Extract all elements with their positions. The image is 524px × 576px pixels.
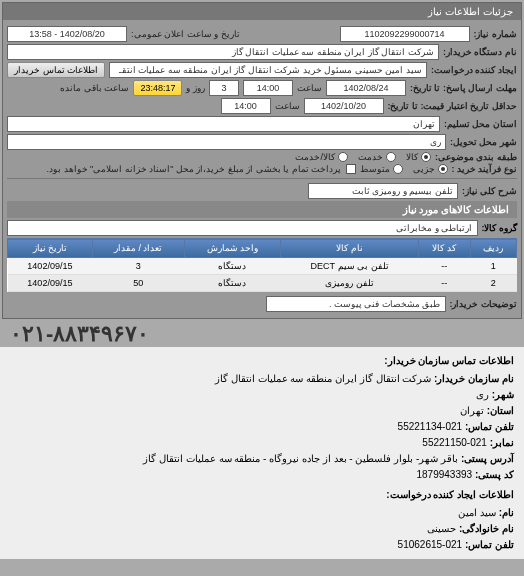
col-name: نام کالا [281, 239, 418, 258]
validity-time-field [221, 98, 271, 114]
medium-radio[interactable] [393, 164, 403, 174]
group-label: گروه کالا: [482, 223, 518, 233]
remaining-label: ساعت باقی مانده [60, 83, 129, 93]
minor-option-label: جزیی [413, 164, 435, 174]
product-service-radio[interactable] [338, 152, 348, 162]
need-title-field [308, 183, 458, 199]
c-fax: 021-55221150 [422, 437, 487, 448]
announce-label: تاریخ و ساعت اعلان عمومی: [131, 29, 240, 39]
col-idx: ردیف [470, 239, 516, 258]
c-family-label: نام خانوادگی: [459, 523, 514, 534]
type-label: نوع فرآیند خرید : [452, 164, 518, 174]
cell-unit: دستگاه [184, 258, 281, 275]
days-remaining-field [209, 80, 239, 96]
payment-note: پرداخت تمام یا بخشی از مبلغ خرید،از محل … [47, 164, 342, 174]
number-field [340, 26, 470, 42]
province-label: استان محل تسلیم: [444, 119, 517, 129]
deadline-label: مهلت ارسال پاسخ: تا تاریخ: [410, 83, 517, 93]
items-table: ردیف کد کالا نام کالا واحد شمارش تعداد /… [7, 238, 517, 292]
cell-date: 1402/09/15 [8, 275, 93, 292]
requester-label: ایجاد کننده درخواست: [431, 65, 517, 75]
c-postal-label: کد پستی: [475, 469, 514, 480]
time-label-2: ساعت [275, 101, 300, 111]
desc-field [266, 296, 446, 312]
col-date: تاریخ نیاز [8, 239, 93, 258]
requester-field [109, 62, 427, 78]
cell-code: -- [418, 258, 470, 275]
deadline-time-field [243, 80, 293, 96]
col-qty: تعداد / مقدار [92, 239, 184, 258]
province-field [7, 116, 440, 132]
medium-option-label: متوسط [360, 164, 390, 174]
col-code: کد کالا [418, 239, 470, 258]
c-address: باقر شهر- بلوار فلسطین - بعد از جاده نیر… [143, 453, 458, 464]
cell-date: 1402/09/15 [8, 258, 93, 275]
product-service-option-label: کالا/خدمت [295, 152, 335, 162]
validity-date-field [304, 98, 384, 114]
c-city-label: شهر: [492, 389, 514, 400]
c-fax-label: نمابر: [490, 437, 514, 448]
big-phone-number: ۰۲۱-۸۸۳۴۹۶۷۰ [0, 321, 524, 347]
category-label: طبقه بندی موضوعی: [435, 152, 517, 162]
time-label-1: ساعت [297, 83, 322, 93]
contact-info-button[interactable]: اطلاعات تماس خریدار [7, 62, 105, 78]
c-phone2: 021-51062615 [398, 539, 463, 550]
col-unit: واحد شمارش [184, 239, 281, 258]
cell-name: تلفن بی سیم DECT [281, 258, 418, 275]
c-province-label: استان: [487, 405, 514, 416]
service-option-label: خدمت [358, 152, 383, 162]
cell-idx: 1 [470, 258, 516, 275]
cell-unit: دستگاه [184, 275, 281, 292]
treasury-checkbox[interactable] [346, 164, 356, 174]
group-field [7, 220, 478, 236]
cell-qty: 50 [92, 275, 184, 292]
org-label: نام دستگاه خریدار: [443, 47, 517, 57]
table-row: 2--تلفن رومیزیدستگاه501402/09/15 [8, 275, 517, 292]
minor-radio[interactable] [438, 164, 448, 174]
c-address-label: آدرس پستی: [461, 453, 514, 464]
cell-idx: 2 [470, 275, 516, 292]
org-field [7, 44, 439, 60]
cell-name: تلفن رومیزی [281, 275, 418, 292]
c-phone: 021-55221134 [398, 421, 463, 432]
city-field [7, 134, 446, 150]
c-org-name: شرکت انتقال گاز ایران منطقه سه عملیات ان… [215, 373, 431, 384]
c-phone2-label: تلفن تماس: [465, 539, 514, 550]
table-row: 1--تلفن بی سیم DECTدستگاه31402/09/15 [8, 258, 517, 275]
days-label: روز و [186, 83, 205, 93]
contact-section1-title: اطلاعات تماس سازمان خریدار: [10, 353, 514, 369]
time-remaining-badge: 23:48:17 [133, 80, 182, 96]
c-org-label: نام سازمان خریدار: [434, 373, 514, 384]
c-name: سید امین [458, 507, 496, 518]
deadline-date-field [326, 80, 406, 96]
product-radio[interactable] [421, 152, 431, 162]
cell-code: -- [418, 275, 470, 292]
c-phone-label: تلفن تماس: [465, 421, 514, 432]
c-name-label: نام: [499, 507, 514, 518]
desc-label: توضیحات خریدار: [450, 299, 518, 309]
c-postal: 1879943393 [416, 469, 472, 480]
city-label: شهر محل تحویل: [450, 137, 517, 147]
panel-title: جزئیات اطلاعات نیاز [3, 3, 521, 20]
cell-qty: 3 [92, 258, 184, 275]
items-section-title: اطلاعات کالاهای مورد نیاز [7, 201, 517, 218]
announce-field [7, 26, 127, 42]
c-province: تهران [460, 405, 484, 416]
need-title-label: شرح کلی نیاز: [462, 186, 517, 196]
c-city: ری [476, 389, 489, 400]
number-label: شماره نیاز: [474, 29, 518, 39]
validity-label: حداقل تاریخ اعتبار قیمت: تا تاریخ: [388, 101, 518, 111]
c-family: حسینی [427, 523, 456, 534]
product-option-label: کالا [406, 152, 418, 162]
contact-section2-title: اطلاعات ایجاد کننده درخواست: [10, 487, 514, 503]
service-radio[interactable] [386, 152, 396, 162]
